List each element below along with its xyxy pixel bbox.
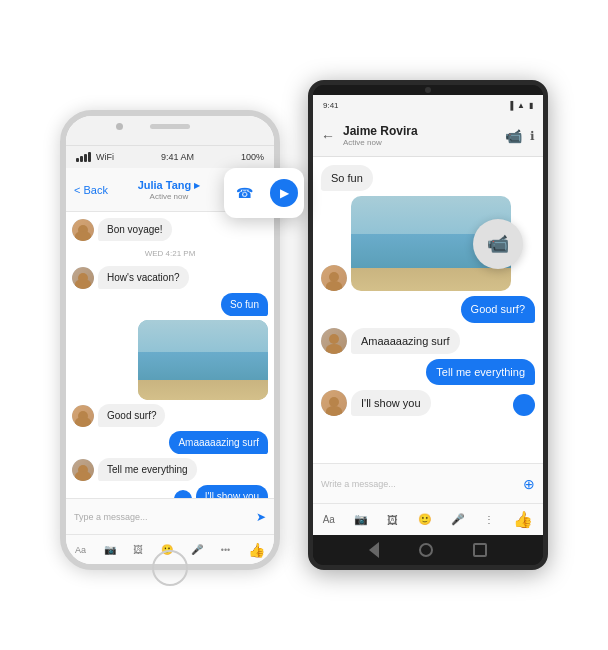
toolbar-camera[interactable]: 📷 [104,544,116,555]
android-self-avatar [513,394,535,416]
iphone-msg-5: Amaaaaazing surf [72,431,268,454]
iphone-status-bar: WiFi 9:41 AM 100% [66,146,274,168]
android-home-btn[interactable] [419,543,433,557]
iphone-msg-6: Tell me everything [72,458,268,481]
android-signal-icon: ▐ [507,101,513,110]
iphone-bubble-6: Tell me everything [98,458,197,481]
scene: WiFi 9:41 AM 100% < Back Julia Tang ▸ Ac… [40,60,568,590]
iphone-chat-body: Bon voyage! WED 4:21 PM How's vacation? … [66,212,274,498]
iphone-bubble-2: How's vacation? [98,266,189,289]
android-send-icon[interactable]: ⊕ [523,476,535,492]
android-wifi-icon: ▲ [517,101,525,110]
iphone-msg-7: I'll show you [72,485,268,498]
android-recents-btn[interactable] [473,543,487,557]
iphone-popup-phone-icon[interactable]: ☎ [230,179,258,207]
iphone-send-icon[interactable]: ➤ [256,510,266,524]
iphone-msg-2: How's vacation? [72,266,268,289]
android-back-btn[interactable] [369,542,379,558]
iphone-avatar-1 [72,219,94,241]
android-header-center: Jaime Rovira Active now [343,124,418,147]
android-toolbar-aa[interactable]: Aa [323,514,335,525]
android-top-bar [313,85,543,95]
android-msg-5: I'll show you [321,390,535,416]
iphone-avatar-self [174,490,192,498]
android-avatar-2 [321,328,347,354]
signal-bar-3 [84,154,87,162]
android-video-icon[interactable]: 📹 [505,128,522,144]
beach-sea [138,352,268,380]
android-header-actions: 📹 ℹ [505,128,535,144]
android-popup-video-icon: 📹 [487,233,509,255]
android-msg-4: Tell me everything [321,359,535,385]
android-input-bar[interactable]: Write a message... ⊕ [313,463,543,503]
toolbar-aa[interactable]: Aa [75,545,86,555]
android-nav-bar [313,535,543,565]
android-toolbar-emoji[interactable]: 🙂 [418,513,432,526]
iphone-contact-name[interactable]: Julia Tang ▸ [138,179,201,192]
android-contact-name[interactable]: Jaime Rovira [343,124,418,138]
iphone-input-bar[interactable]: Type a message... ➤ [66,498,274,534]
iphone-date-divider: WED 4:21 PM [72,249,268,258]
android-chat-header: ← Jaime Rovira Active now 📹 ℹ [313,115,543,157]
iphone-bubble-7: I'll show you [196,485,268,498]
iphone-notch [66,116,274,146]
android-status-icons: ▐ ▲ ▮ [507,101,533,110]
android-toolbar-mic[interactable]: 🎤 [451,513,465,526]
android-chat-body: So fun Good surf? [313,157,543,463]
android-time: 9:41 [323,101,339,110]
iphone-front-camera [116,123,123,130]
iphone-bubble-4: Good surf? [98,404,165,427]
iphone-msg-4: Good surf? [72,404,268,427]
toolbar-mic[interactable]: 🎤 [191,544,203,555]
android-msg-1: So fun [321,165,535,191]
android-input-placeholder: Write a message... [321,479,517,489]
wifi-label: WiFi [96,152,114,162]
iphone-avatar-4 [72,459,94,481]
android-device: 9:41 ▐ ▲ ▮ ← Jaime Rovira Active now 📹 ℹ [308,80,548,570]
video-call-icon: ▶ [280,186,289,200]
iphone-msg-image [72,320,268,400]
android-screen: 9:41 ▐ ▲ ▮ ← Jaime Rovira Active now 📹 ℹ [313,95,543,535]
android-like-btn[interactable]: 👍 [513,510,533,529]
android-toolbar: Aa 📷 🖼 🙂 🎤 ⋮ 👍 [313,503,543,535]
toolbar-like[interactable]: 👍 [248,542,265,558]
signal-bars [76,152,91,162]
toolbar-photo[interactable]: 🖼 [133,544,143,555]
android-toolbar-more[interactable]: ⋮ [484,514,494,525]
iphone-beach-image [138,320,268,400]
android-toolbar-camera[interactable]: 📷 [354,513,368,526]
android-front-camera [425,87,431,93]
iphone-avatar-2 [72,267,94,289]
iphone-active-status: Active now [150,192,189,201]
iphone-speaker [150,124,190,129]
iphone-time: 9:41 AM [161,152,194,162]
iphone-header-center: Julia Tang ▸ Active now [138,179,201,201]
iphone-back-button[interactable]: < Back [74,184,108,196]
signal-bar-4 [88,152,91,162]
iphone-home-button[interactable] [152,550,188,586]
android-active-status: Active now [343,138,418,147]
android-avatar-1 [321,265,347,291]
signal-bar-1 [76,158,79,162]
iphone-device: WiFi 9:41 AM 100% < Back Julia Tang ▸ Ac… [60,110,280,570]
android-status-bar: 9:41 ▐ ▲ ▮ [313,95,543,115]
iphone-bubble-1: Bon voyage! [98,218,172,241]
iphone-bubble-3: So fun [221,293,268,316]
android-avatar-3 [321,390,347,416]
toolbar-more[interactable]: ••• [221,545,230,555]
android-toolbar-photo[interactable]: 🖼 [387,514,398,526]
android-back-arrow[interactable]: ← [321,128,335,144]
signal-bar-2 [80,156,83,162]
android-msg-3: Amaaaaazing surf [321,328,535,354]
android-msg-2: Good surf? [321,296,535,322]
iphone-status-left: WiFi [76,152,114,162]
iphone-popup-video-btn[interactable]: ▶ [270,179,298,207]
android-bubble-5: I'll show you [351,390,431,416]
iphone-input-placeholder: Type a message... [74,512,250,522]
phone-call-icon: ☎ [236,185,253,201]
iphone-msg-3: So fun [72,293,268,316]
android-bubble-4: Tell me everything [426,359,535,385]
android-bubble-3: Amaaaaazing surf [351,328,460,354]
android-info-icon[interactable]: ℹ [530,129,535,143]
iphone-bubble-5: Amaaaaazing surf [169,431,268,454]
